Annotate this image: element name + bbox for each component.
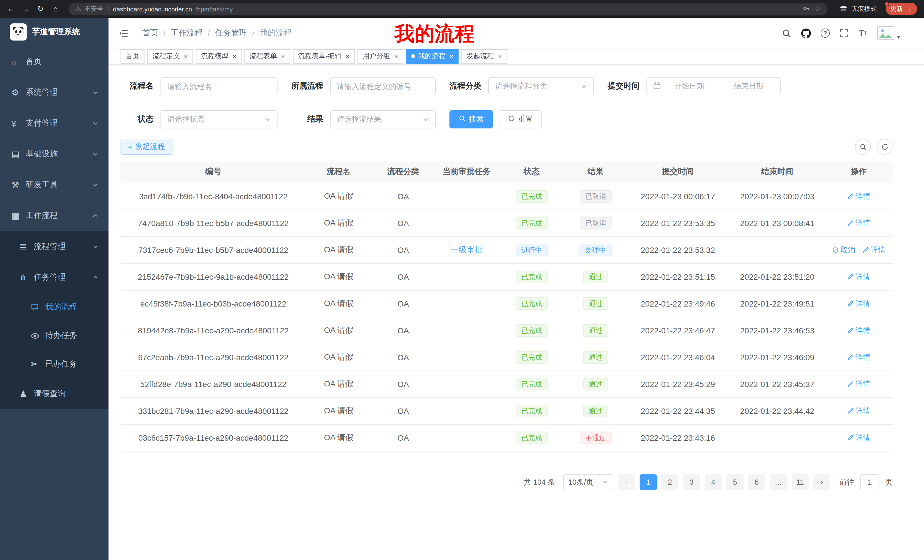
process-name-input[interactable] [160, 77, 278, 95]
key-icon[interactable] [802, 4, 811, 13]
breadcrumb-item[interactable]: 首页 [142, 28, 158, 38]
row-result: 通过 [566, 290, 626, 317]
fullscreen-icon[interactable] [840, 28, 849, 38]
tab-process-form[interactable]: 流程表单× [244, 49, 290, 64]
close-icon[interactable]: × [394, 52, 398, 60]
detail-link[interactable]: 详情 [847, 406, 870, 416]
create-process-button[interactable]: + 发起流程 [120, 139, 172, 155]
search-button[interactable]: 搜索 [449, 110, 493, 129]
tab-label: 流程表单-编辑 [298, 51, 342, 61]
sidebar-item-done-task[interactable]: ✂已办任务 [0, 350, 108, 379]
prev-page-button[interactable]: ‹ [618, 474, 635, 490]
sidebar-item-system[interactable]: ⚙系统管理 [0, 77, 108, 108]
submit-time-range-picker[interactable]: 开始日期 - 结束日期 [646, 77, 781, 95]
detail-link[interactable]: 详情 [847, 218, 870, 228]
detail-link[interactable]: 详情 [847, 352, 870, 362]
tab-home[interactable]: 首页 [120, 49, 144, 64]
next-page-button[interactable]: › [813, 474, 830, 490]
close-icon[interactable]: × [345, 52, 350, 60]
page-button-5[interactable]: 5 [726, 474, 744, 490]
detail-link[interactable]: 详情 [847, 271, 870, 282]
sidebar-item-infra[interactable]: ▤基础设施 [0, 139, 108, 169]
detail-link[interactable]: 详情 [847, 379, 870, 389]
tab-user-group[interactable]: 用户分组× [357, 49, 403, 64]
sidebar-item-task-mgmt[interactable]: ⋔任务管理 [0, 262, 108, 293]
detail-link[interactable]: 详情 [847, 298, 870, 308]
page-button-2[interactable]: 2 [661, 474, 678, 490]
row-current-task [435, 183, 498, 210]
status-select[interactable]: 请选择状态 [160, 110, 278, 129]
toggle-search-button[interactable] [855, 139, 871, 155]
page-size-select[interactable]: 10条/页 [563, 474, 614, 490]
tab-process-model[interactable]: 流程模型× [196, 49, 242, 64]
menu-kebab-icon[interactable]: ⋮ [906, 5, 913, 13]
edit-icon [862, 246, 869, 253]
row-category: OA [371, 344, 435, 370]
avatar[interactable]: ▼ [877, 26, 901, 40]
category-select[interactable]: 请选择流程分类 [488, 77, 594, 95]
search-icon [459, 115, 466, 124]
sidebar-item-todo-task[interactable]: 待办任务 [0, 321, 108, 350]
result-select[interactable]: 请选择流结果 [330, 110, 436, 129]
detail-link[interactable]: 详情 [847, 191, 870, 201]
bookmark-star-icon[interactable]: ☆ [814, 4, 820, 13]
table-row: 03c6c157-7b9a-11ec-a290-acde48001122OA 请… [120, 424, 892, 451]
divider [108, 5, 108, 12]
font-size-icon[interactable]: TT [858, 28, 867, 38]
sidebar-item-home[interactable]: ⌂首页 [0, 46, 108, 77]
address-bar[interactable]: ⚠ 不安全 dashboard.yudao.iocoder.cn/bpm/tas… [69, 3, 828, 15]
current-task-link[interactable]: 一级审批 [451, 245, 483, 254]
close-icon[interactable]: × [184, 52, 188, 60]
refresh-table-button[interactable] [877, 139, 892, 155]
tab-my-process[interactable]: 我的流程× [406, 49, 459, 64]
row-status: 已完成 [498, 210, 566, 236]
pager-ellipsis[interactable]: … [770, 474, 787, 490]
github-icon[interactable] [801, 28, 811, 38]
row-operations: 详情 [825, 210, 892, 236]
row-status: 已完成 [498, 424, 566, 451]
process-definition-input[interactable] [330, 77, 436, 95]
update-button[interactable]: 更新 ⋮ [886, 3, 917, 15]
row-submit-time: 2022-01-22 23:46:47 [626, 317, 730, 344]
breadcrumb-separator: / [164, 28, 166, 38]
goto-page-input[interactable] [860, 474, 879, 490]
sidebar-item-leave-query[interactable]: ♟请假查询 [0, 379, 108, 409]
detail-link[interactable]: 详情 [847, 433, 870, 443]
tab-process-form-edit[interactable]: 流程表单-编辑× [293, 49, 355, 64]
sidebar-item-devtools[interactable]: ⚒研发工具 [0, 169, 108, 201]
close-icon[interactable]: × [232, 52, 236, 60]
reload-icon[interactable]: ↻ [34, 3, 47, 15]
sidebar-item-workflow[interactable]: ▣工作流程 [0, 201, 108, 231]
tab-start-process[interactable]: 发起流程× [461, 49, 507, 64]
help-icon[interactable]: ? [820, 28, 830, 38]
sidebar-toggle-icon[interactable] [108, 28, 129, 38]
sidebar-item-payment[interactable]: ¥支付管理 [0, 108, 108, 139]
detail-link[interactable]: 详情 [862, 245, 885, 255]
plus-icon: + [128, 142, 132, 151]
forward-icon[interactable]: → [20, 3, 32, 15]
close-icon[interactable]: × [498, 52, 502, 60]
breadcrumb-item[interactable]: 工作流程 [171, 28, 203, 38]
close-icon[interactable]: × [449, 52, 453, 60]
search-icon[interactable] [782, 28, 792, 38]
page-button-4[interactable]: 4 [705, 474, 722, 490]
tab-process-definition[interactable]: 流程定义× [147, 49, 193, 64]
sidebar-item-process-mgmt[interactable]: ≣流程管理 [0, 231, 108, 262]
row-operations: 详情 [825, 344, 892, 370]
row-submit-time: 2022-01-22 23:44:35 [626, 397, 730, 424]
cancel-link[interactable]: 取消 [832, 245, 855, 255]
back-icon[interactable]: ← [4, 3, 17, 15]
sidebar-item-my-process[interactable]: 我的流程 [0, 293, 108, 321]
close-icon[interactable]: × [281, 52, 285, 60]
page-button-11[interactable]: 11 [792, 474, 808, 490]
detail-link[interactable]: 详情 [847, 325, 870, 335]
reset-button[interactable]: 重置 [498, 110, 542, 129]
row-end-time [730, 424, 825, 451]
breadcrumb-item[interactable]: 任务管理 [215, 28, 247, 38]
row-end-time: 2022-01-22 23:44:42 [730, 397, 825, 424]
page-button-6[interactable]: 6 [748, 474, 765, 490]
browser-home-icon[interactable]: ⌂ [49, 3, 62, 15]
page-button-1[interactable]: 1 [640, 474, 657, 490]
page-button-3[interactable]: 3 [683, 474, 700, 490]
row-id: 7470a810-7b9b-11ec-b5b7-acde48001122 [120, 210, 306, 236]
